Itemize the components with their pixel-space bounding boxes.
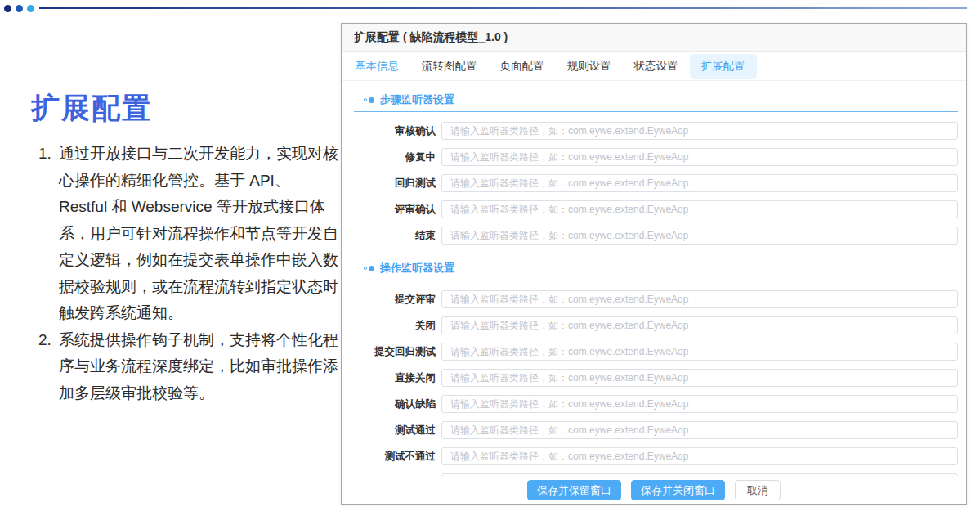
left-panel: 扩展配置 通过开放接口与二次开发能力，实现对核心操作的精细化管控。基于 API、… bbox=[31, 92, 338, 406]
section-divider bbox=[354, 280, 958, 280]
window-dots bbox=[4, 5, 34, 12]
section-header: 操作监听器设置 bbox=[354, 260, 958, 276]
listener-path-input[interactable] bbox=[441, 122, 958, 140]
form-row: 修复中 bbox=[354, 148, 958, 166]
save-keep-window-button[interactable]: 保存并保留窗口 bbox=[527, 480, 621, 500]
feature-list-item: 系统提供操作钩子机制，支持将个性化程序与业务流程深度绑定，比如审批操作添加多层级… bbox=[56, 327, 338, 407]
listener-path-input[interactable] bbox=[441, 200, 958, 218]
tab-flow-diagram[interactable]: 流转图配置 bbox=[410, 54, 489, 79]
save-close-window-button[interactable]: 保存并关闭窗口 bbox=[631, 480, 725, 500]
listener-path-input[interactable] bbox=[441, 174, 958, 192]
feature-list-item: 通过开放接口与二次开发能力，实现对核心操作的精细化管控。基于 API、Restf… bbox=[56, 141, 338, 327]
tab-extension-config[interactable]: 扩展配置 bbox=[690, 54, 757, 79]
section-operation-listeners: 操作监听器设置 提交评审 关闭 提交回归测试 直接关闭 确认缺陷 bbox=[354, 260, 958, 476]
page-title: 扩展配置 bbox=[31, 92, 338, 124]
dialog-title: 扩展配置 ( 缺陷流程模型_1.0 ) bbox=[342, 24, 966, 52]
section-title: 操作监听器设置 bbox=[380, 261, 454, 276]
top-divider-line bbox=[39, 7, 967, 9]
form-row: 测试不通过 bbox=[354, 447, 958, 465]
listener-path-input[interactable] bbox=[441, 227, 958, 245]
tab-status-settings[interactable]: 状态设置 bbox=[623, 54, 690, 79]
section-bullet-icon bbox=[364, 97, 374, 103]
listener-path-input[interactable] bbox=[441, 421, 958, 439]
dot-blue-icon bbox=[16, 5, 23, 12]
form-row: 审核确认 bbox=[354, 122, 958, 140]
field-label: 确认缺陷 bbox=[354, 397, 436, 411]
section-header: 步骤监听器设置 bbox=[354, 92, 958, 108]
field-label: 关闭 bbox=[354, 319, 436, 333]
form-row: 确认缺陷 bbox=[354, 395, 958, 413]
field-label: 测试不通过 bbox=[354, 450, 436, 464]
dot-lightblue-icon bbox=[27, 5, 34, 12]
tab-basic-info[interactable]: 基本信息 bbox=[343, 54, 410, 79]
field-label: 修复中 bbox=[354, 150, 436, 164]
tab-page-config[interactable]: 页面配置 bbox=[489, 54, 556, 79]
form-row: 提交评审 bbox=[354, 290, 958, 308]
form-row: 提交回归测试 bbox=[354, 343, 958, 361]
dialog-tabbar: 基本信息 流转图配置 页面配置 规则设置 状态设置 扩展配置 bbox=[342, 52, 966, 81]
cancel-button[interactable]: 取消 bbox=[735, 480, 781, 500]
listener-path-input[interactable] bbox=[441, 369, 958, 387]
form-row: 回归测试 bbox=[354, 174, 958, 192]
listener-path-input[interactable] bbox=[441, 447, 958, 465]
dot-navy-icon bbox=[4, 5, 11, 12]
extension-config-dialog: 扩展配置 ( 缺陷流程模型_1.0 ) 基本信息 流转图配置 页面配置 规则设置… bbox=[341, 23, 967, 505]
section-bullet-icon bbox=[364, 266, 374, 271]
form-row: 结束 bbox=[354, 227, 958, 245]
form-row: 评审确认 bbox=[354, 200, 958, 218]
field-label: 回归测试 bbox=[354, 177, 436, 191]
form-row: 测试通过 bbox=[354, 421, 958, 439]
form-row: 关闭 bbox=[354, 316, 958, 334]
listener-path-input[interactable] bbox=[441, 148, 958, 166]
field-label: 评审确认 bbox=[354, 203, 436, 217]
field-label: 提交回归测试 bbox=[354, 345, 436, 359]
field-label: 结束 bbox=[354, 229, 436, 243]
listener-path-input[interactable] bbox=[441, 395, 958, 413]
section-step-listeners: 步骤监听器设置 审核确认 修复中 回归测试 评审确认 结束 bbox=[354, 92, 958, 245]
dialog-content: 步骤监听器设置 审核确认 修复中 回归测试 评审确认 结束 bbox=[342, 81, 966, 476]
section-divider bbox=[354, 111, 958, 112]
tab-rule-settings[interactable]: 规则设置 bbox=[556, 54, 623, 79]
section-title: 步骤监听器设置 bbox=[380, 92, 454, 107]
form-row: 直接关闭 bbox=[354, 369, 958, 387]
field-label: 审核确认 bbox=[354, 124, 436, 138]
field-label: 测试通过 bbox=[354, 424, 436, 437]
field-label: 提交评审 bbox=[354, 293, 436, 307]
listener-path-input[interactable] bbox=[441, 316, 958, 334]
listener-path-input[interactable] bbox=[441, 343, 958, 361]
listener-path-input[interactable] bbox=[441, 290, 958, 308]
dialog-footer: 保存并保留窗口 保存并关闭窗口 取消 bbox=[342, 476, 966, 504]
field-label: 直接关闭 bbox=[354, 371, 436, 385]
feature-list: 通过开放接口与二次开发能力，实现对核心操作的精细化管控。基于 API、Restf… bbox=[31, 141, 338, 406]
